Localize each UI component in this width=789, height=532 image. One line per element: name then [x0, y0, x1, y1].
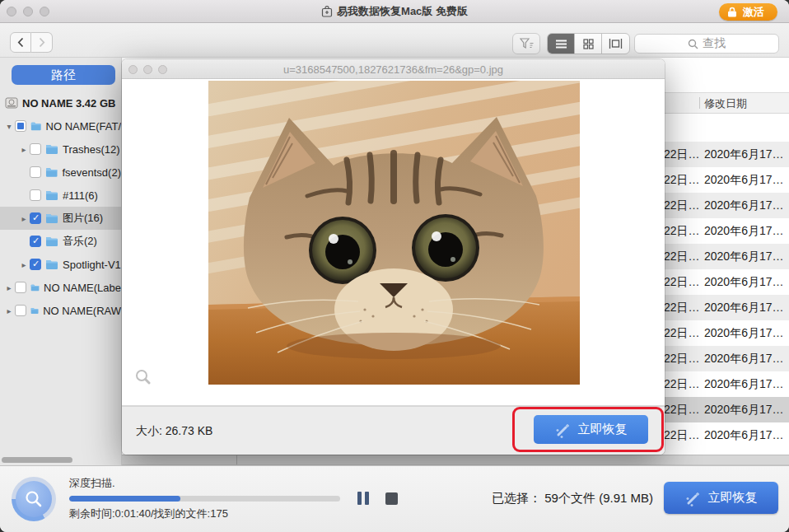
device-item[interactable]: NO NAME 3.42 GB — [0, 91, 121, 114]
disclosure-triangle-icon[interactable]: ▾ — [3, 122, 15, 131]
scan-spinner — [12, 477, 56, 521]
cell-modified-date: 2020年6月17… — [704, 224, 784, 239]
cell-modified-date: 2020年6月17… — [704, 326, 784, 341]
tree-item-label: fseventsd(2) — [62, 166, 121, 179]
column-view-icon — [609, 39, 623, 49]
scan-eta-label: 剩余时间:0:01:40/找到的文件:175 — [69, 506, 228, 521]
filter-button[interactable] — [512, 33, 540, 54]
tree-item-2[interactable]: 音乐(2) — [0, 230, 121, 253]
tree-item-label: NO NAME(RAW — [43, 305, 121, 317]
disclosure-triangle-icon[interactable]: ▸ — [18, 214, 30, 223]
tree-item-nonamelabe[interactable]: ▸NO NAME(Labe — [0, 276, 121, 299]
folder-icon — [45, 190, 58, 201]
list-view-button[interactable] — [548, 34, 575, 54]
disclosure-triangle-icon[interactable]: ▸ — [18, 260, 30, 269]
view-mode-segmented-control — [547, 33, 630, 54]
cell-created-date: 22日… — [664, 301, 702, 315]
tree-item-label: 图片(16) — [63, 211, 103, 226]
sidebar-horizontal-scrollbar[interactable] — [2, 457, 72, 463]
modified-date-header[interactable]: 修改日期 — [704, 96, 747, 111]
chevron-right-icon — [39, 37, 45, 48]
recover-now-label-modal: 立即恢复 — [578, 422, 628, 437]
checkbox-unchecked[interactable] — [15, 282, 26, 293]
cell-created-date: 22日… — [664, 326, 702, 341]
scan-progress-fill — [69, 496, 180, 502]
cell-modified-date: 2020年6月17… — [704, 275, 784, 290]
preview-minimize-button[interactable] — [143, 65, 152, 74]
tree-item-#1116[interactable]: #111(6) — [0, 184, 121, 207]
recover-now-button-main[interactable]: 立即恢复 — [664, 482, 778, 514]
tree-item-nonamefat[interactable]: ▾NO NAME(FAT/ — [0, 114, 121, 138]
tree-item-label: #111(6) — [63, 189, 98, 202]
table-horizontal-scrollbar[interactable] — [122, 455, 789, 465]
grid-view-icon — [583, 39, 594, 49]
pause-scan-button[interactable] — [357, 492, 371, 505]
tree-item-fseventsd2[interactable]: fseventsd(2) — [0, 161, 121, 184]
file-size: 大小: 26.73 KB — [136, 424, 212, 439]
checkbox-unchecked[interactable] — [30, 143, 41, 155]
preview-area — [122, 79, 665, 385]
back-button[interactable] — [10, 32, 31, 53]
column-divider — [699, 97, 700, 109]
cell-created-date: 22日… — [664, 352, 702, 366]
selection-summary: 已选择： 59个文件 (9.91 MB) — [492, 491, 653, 506]
preview-image-cat — [208, 81, 580, 385]
scrollbar-divider — [236, 455, 237, 464]
magic-wand-icon — [555, 422, 572, 438]
checkbox-checked[interactable] — [30, 236, 41, 247]
scan-mode-label: 深度扫描. — [69, 476, 115, 491]
folder-icon — [30, 282, 40, 293]
file-size-value: 26.73 KB — [166, 424, 213, 437]
cell-modified-date: 2020年6月17… — [704, 147, 784, 162]
tree-item-16[interactable]: ▸图片(16) — [0, 207, 121, 230]
disclosure-triangle-icon[interactable]: ▸ — [3, 283, 15, 292]
scan-search-icon — [25, 490, 43, 508]
checkbox-unchecked[interactable] — [30, 166, 41, 178]
cell-created-date: 22日… — [664, 198, 702, 213]
search-input[interactable]: 查找 — [634, 34, 779, 54]
preview-close-button[interactable] — [128, 65, 138, 74]
folder-icon — [30, 121, 42, 132]
search-icon — [688, 39, 698, 49]
folder-icon — [45, 259, 58, 270]
folder-icon — [45, 236, 58, 247]
checkbox-partial[interactable] — [15, 120, 26, 132]
checkbox-unchecked[interactable] — [15, 305, 26, 316]
magic-wand-icon — [685, 490, 702, 506]
tree-item-trashes12[interactable]: ▸Trashes(12) — [0, 138, 121, 161]
cell-modified-date: 2020年6月17… — [704, 352, 784, 366]
tree-item-label: Spotlight-V1 — [63, 259, 121, 271]
zoom-tool-icon[interactable] — [135, 369, 151, 388]
cell-modified-date: 2020年6月17… — [704, 198, 784, 213]
cell-modified-date: 2020年6月17… — [704, 301, 784, 315]
toolbar: 查找 — [0, 23, 789, 58]
cell-created-date: 22日… — [664, 224, 702, 239]
disclosure-triangle-icon[interactable]: ▸ — [18, 145, 30, 154]
disclosure-triangle-icon[interactable]: ▸ — [3, 306, 15, 315]
recover-now-button-modal[interactable]: 立即恢复 — [534, 415, 648, 444]
checkbox-checked[interactable] — [30, 212, 41, 224]
cell-modified-date: 2020年6月17… — [704, 377, 784, 392]
checkbox-checked[interactable] — [30, 259, 41, 270]
device-label: NO NAME 3.42 GB — [22, 97, 115, 110]
folder-icon — [30, 306, 39, 316]
activate-button[interactable]: 激活 — [719, 3, 777, 21]
cell-modified-date: 2020年6月17… — [704, 250, 784, 264]
app-window: 易我数据恢复Mac版 免费版 激活 — [0, 0, 789, 532]
stop-scan-button[interactable] — [385, 492, 398, 505]
tree-item-label: NO NAME(FAT/ — [46, 120, 121, 133]
filter-icon — [520, 38, 534, 49]
tree-item-spotlight-v1[interactable]: ▸Spotlight-V1 — [0, 253, 121, 276]
nav-buttons — [10, 32, 53, 53]
forward-button[interactable] — [31, 32, 53, 53]
checkbox-unchecked[interactable] — [30, 189, 41, 201]
column-view-button[interactable] — [602, 34, 629, 54]
tree-item-label: Trashes(12) — [63, 143, 120, 156]
selection-summary-value: 59个文件 (9.91 MB) — [544, 491, 653, 505]
path-tab-button[interactable]: 路径 — [12, 65, 115, 85]
tree-item-nonameraw[interactable]: ▸NO NAME(RAW — [0, 299, 121, 322]
tree-item-label: 音乐(2) — [63, 234, 97, 249]
lock-icon — [727, 7, 737, 17]
window-titlebar: 易我数据恢复Mac版 免费版 激活 — [0, 0, 789, 23]
grid-view-button[interactable] — [575, 34, 602, 54]
